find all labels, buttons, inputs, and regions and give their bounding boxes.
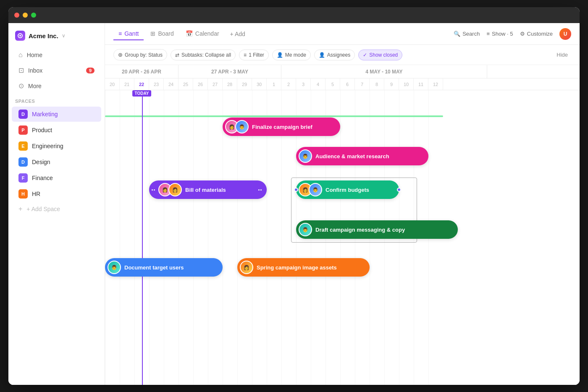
task-t5[interactable]: 👨Draft campaign messaging & copy — [296, 220, 458, 239]
sidebar-item-home[interactable]: ⌂ Home — [12, 48, 101, 62]
filter-icon: ≡ — [244, 52, 247, 58]
task-t3[interactable]: 👩👩Bill of materials — [149, 180, 267, 199]
subtasks-icon: ⇄ — [175, 52, 179, 58]
tab-gantt[interactable]: ≡ Gantt — [113, 28, 144, 40]
space-avatar-product: P — [18, 125, 28, 135]
period-header: 20 APR - 26 APR 27 APR - 3 MAY 4 MAY - 1… — [105, 65, 580, 78]
day-4: 4 — [311, 78, 326, 90]
filter-assignees[interactable]: 👤 Assignees — [314, 50, 355, 60]
task-avatar: 👨 — [309, 183, 322, 196]
task-t7[interactable]: 👩Spring campaign image assets — [237, 258, 370, 277]
sidebar-item-engineering[interactable]: E Engineering — [12, 139, 101, 154]
filter-subtasks[interactable]: ⇄ Subtasks: Collapse all — [171, 50, 236, 60]
task-avatars: 👨 — [299, 223, 312, 236]
maximize-button[interactable] — [31, 13, 36, 18]
drag-handle-right[interactable] — [258, 189, 262, 191]
day-21: 21 — [120, 78, 134, 90]
sidebar-item-label: Home — [27, 52, 42, 58]
space-avatar-finance: F — [18, 173, 28, 183]
day-8: 8 — [370, 78, 384, 90]
sidebar-item-hr[interactable]: H HR — [12, 186, 101, 201]
task-avatar: 👨 — [235, 120, 249, 133]
top-nav: ≡ Gantt ⊞ Board 📅 Calendar + Add — [105, 23, 580, 45]
subtasks-label: Subtasks: Collapse all — [181, 52, 231, 58]
tab-calendar[interactable]: 📅 Calendar — [181, 28, 224, 40]
add-space-label: + Add Space — [26, 206, 60, 212]
sidebar-item-marketing[interactable]: D Marketing — [12, 107, 101, 122]
drag-handle-left[interactable] — [152, 189, 155, 191]
inbox-icon: ⊡ — [18, 66, 24, 74]
filter-count[interactable]: ≡ 1 Filter — [239, 50, 269, 60]
space-label-engineering: Engineering — [32, 143, 63, 149]
sidebar-item-label: Inbox — [28, 67, 42, 74]
hide-button[interactable]: Hide — [553, 50, 571, 60]
day-24: 24 — [164, 78, 178, 90]
task-label: Confirm budgets — [326, 187, 369, 193]
task-avatar: 👩 — [240, 261, 253, 274]
close-button[interactable] — [14, 13, 19, 18]
assignees-label: Assignees — [327, 52, 350, 58]
group-by-label: Group by: Status — [125, 52, 163, 58]
group-by-icon: ⊛ — [118, 52, 123, 58]
days-header: 2021222324252627282930123456789101112 — [105, 78, 580, 90]
gantt-tab-label: Gantt — [124, 30, 139, 37]
day-22: 22 — [134, 78, 149, 90]
show-icon: ≡ — [486, 31, 490, 37]
sidebar-item-design[interactable]: D Design — [12, 154, 101, 170]
brand-caret: ∨ — [62, 33, 66, 39]
filter-bar: ⊛ Group by: Status ⇄ Subtasks: Collapse … — [105, 45, 580, 65]
assignees-icon: 👤 — [319, 52, 325, 58]
day-3: 3 — [296, 78, 311, 90]
svg-point-1 — [19, 35, 21, 37]
customize-button[interactable]: ⚙ Customize — [520, 31, 553, 37]
task-avatars: 👨 — [299, 149, 312, 163]
sidebar-item-product[interactable]: P Product — [12, 123, 101, 138]
task-avatar: 👨 — [299, 223, 312, 236]
task-t1[interactable]: 👩👨Finalize campaign brief — [223, 118, 340, 136]
tab-board[interactable]: ⊞ Board — [145, 28, 178, 40]
titlebar — [8, 7, 580, 23]
space-label-marketing: Marketing — [32, 111, 58, 118]
day-29: 29 — [237, 78, 252, 90]
dep-dot-left — [294, 188, 298, 192]
sidebar-item-inbox[interactable]: ⊡ Inbox 9 — [12, 63, 101, 78]
show-button[interactable]: ≡ Show · 5 — [486, 31, 513, 37]
minimize-button[interactable] — [23, 13, 28, 18]
board-tab-label: Board — [158, 30, 173, 37]
today-label: TODAY — [132, 90, 152, 97]
customize-icon: ⚙ — [520, 31, 525, 37]
task-avatars: 👩 — [240, 261, 253, 274]
customize-label: Customize — [527, 31, 553, 37]
show-closed-icon: ✓ — [363, 52, 367, 58]
spaces-section-title: Spaces — [8, 94, 105, 106]
board-tab-icon: ⊞ — [150, 30, 155, 37]
brand-name: Acme Inc. — [29, 32, 58, 39]
day-20: 20 — [105, 78, 120, 90]
filter-show-closed[interactable]: ✓ Show closed — [358, 50, 402, 60]
add-view-button[interactable]: + Add — [226, 28, 249, 40]
me-mode-icon: 👤 — [277, 52, 283, 58]
brand[interactable]: Acme Inc. ∨ — [8, 29, 105, 47]
user-avatar[interactable]: U — [559, 28, 571, 40]
day-5: 5 — [326, 78, 340, 90]
task-t4[interactable]: 👩👨Confirm budgets — [296, 180, 399, 199]
task-t6[interactable]: 👨Document target users — [105, 258, 223, 277]
add-space-button[interactable]: + + Add Space — [12, 202, 101, 216]
filter-group-by[interactable]: ⊛ Group by: Status — [113, 49, 167, 60]
inbox-badge: 9 — [86, 68, 94, 73]
search-button[interactable]: 🔍 Search — [454, 31, 480, 37]
day-25: 25 — [178, 78, 193, 90]
task-t2[interactable]: 👨Audience & market research — [296, 147, 428, 165]
period-apr20: 20 APR - 26 APR — [105, 65, 178, 78]
search-label: Search — [462, 31, 480, 37]
progress-bar — [105, 115, 443, 117]
day-12: 12 — [428, 78, 443, 90]
filter-me-mode[interactable]: 👤 Me mode — [272, 50, 311, 60]
task-avatar: 👩 — [168, 183, 182, 196]
space-avatar-marketing: D — [18, 110, 28, 119]
sidebar-item-more[interactable]: ⊙ More — [12, 78, 101, 93]
task-label: Bill of materials — [185, 187, 226, 193]
sidebar-item-finance[interactable]: F Finance — [12, 170, 101, 186]
home-icon: ⌂ — [18, 51, 23, 59]
day-27: 27 — [208, 78, 223, 90]
